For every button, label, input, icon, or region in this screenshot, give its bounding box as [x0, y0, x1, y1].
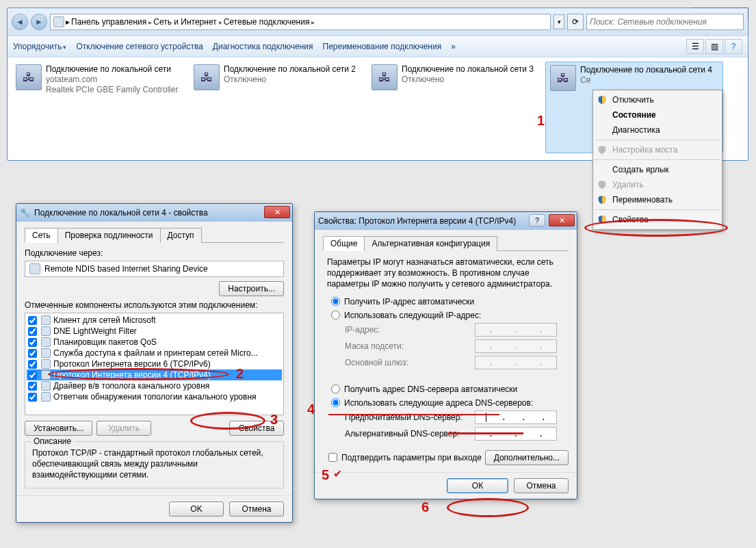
help-button[interactable]: ? [529, 214, 545, 226]
conn-sub2: Realtek PCIe GBE Family Controller [46, 85, 178, 95]
preview-pane-button[interactable]: ▥ [705, 39, 723, 54]
annotation-6: 6 [421, 499, 429, 515]
radio-dns-manual[interactable]: Использовать следующие адреса DNS-сервер… [331, 398, 566, 408]
title-bar[interactable]: Свойства: Протокол Интернета версии 4 (T… [315, 212, 577, 230]
tab-auth[interactable]: Проверка подлинности [57, 228, 161, 243]
tab-general[interactable]: Общие [323, 236, 365, 251]
computer-icon [53, 16, 64, 27]
search-box[interactable] [586, 14, 744, 30]
confirm-checkbox[interactable] [328, 453, 337, 462]
ctx-status[interactable]: Состояние [593, 107, 722, 122]
shield-icon [597, 215, 607, 224]
title-bar[interactable]: 🔧 Подключение по локальной сети 4 - свой… [16, 204, 292, 222]
component-item[interactable]: Планировщик пакетов QoS [27, 337, 282, 348]
tb-organize[interactable]: Упорядочить▾ [13, 42, 66, 51]
checkbox[interactable] [28, 360, 37, 369]
cancel-button[interactable]: Отмена [514, 478, 569, 493]
ctx-diagnose[interactable]: Диагностика [593, 122, 722, 138]
component-item[interactable]: Клиент для сетей Microsoft [27, 315, 282, 326]
component-item[interactable]: Ответчик обнаружения топологии канальног… [27, 391, 282, 402]
description-text: Протокол TCP/IP - стандартный протокол г… [32, 447, 276, 481]
back-button[interactable]: ◄ [12, 14, 28, 30]
tab-access[interactable]: Доступ [160, 228, 202, 243]
close-button[interactable]: ✕ [549, 214, 575, 226]
tb-disable[interactable]: Отключение сетевого устройства [76, 42, 203, 51]
component-item[interactable]: Служба доступа к файлам и принтерам сете… [27, 348, 282, 358]
component-icon [41, 381, 51, 391]
close-button[interactable]: ✕ [264, 206, 290, 218]
network-icon: 🖧 [194, 64, 220, 90]
ip-label: IP-адрес: [345, 325, 475, 335]
help-button[interactable]: ? [725, 39, 742, 54]
conn-sub1: Отключено [224, 75, 356, 85]
crumb-1[interactable]: Панель управления [71, 17, 146, 27]
component-item[interactable]: Драйвер в/в тополога канального уровня [27, 380, 282, 391]
wrench-icon: 🔧 [20, 208, 30, 218]
component-icon [41, 370, 51, 380]
checkbox[interactable] [28, 316, 37, 325]
ctx-disable[interactable]: Отключить [593, 92, 722, 107]
search-input[interactable] [590, 17, 740, 27]
mask-label: Маска подсети: [345, 341, 475, 351]
radio-ip-auto[interactable]: Получить IP-адрес автоматически [331, 297, 566, 306]
confirm-checkbox-row[interactable]: Подтвердить параметры при выходе [328, 453, 482, 462]
tb-diagnose[interactable]: Диагностика подключения [213, 42, 313, 51]
refresh-button[interactable]: ⟳ [567, 14, 584, 30]
radio[interactable] [331, 384, 340, 393]
checkbox[interactable] [28, 393, 37, 402]
checkbox[interactable] [28, 371, 37, 380]
connection-item-1[interactable]: 🖧 Подключение по локальной сети yotateam… [12, 62, 190, 153]
annotation-check-icon: ✔ [333, 467, 342, 480]
annotation-2: 2 [236, 366, 244, 382]
toolbar: Упорядочить▾ Отключение сетевого устройс… [8, 36, 748, 57]
crumb-2[interactable]: Сеть и Интернет [153, 17, 216, 27]
view-mode-button[interactable]: ☰ [686, 39, 704, 54]
configure-button[interactable]: Настроить... [219, 281, 284, 296]
component-icon [41, 359, 51, 369]
install-button[interactable]: Установить... [25, 421, 92, 436]
remove-button: Удалить [96, 421, 151, 436]
cancel-button[interactable]: Отмена [229, 501, 284, 517]
connection-item-2[interactable]: 🖧 Подключение по локальной сети 2 Отключ… [190, 62, 367, 153]
components-list[interactable]: Клиент для сетей Microsoft DNE LightWeig… [25, 313, 284, 415]
network-icon: 🖧 [16, 64, 42, 90]
ctx-rename[interactable]: Переименовать [593, 192, 722, 207]
ctx-properties[interactable]: Свойства [593, 212, 722, 227]
dns1-input[interactable]: ... [475, 410, 557, 424]
conn-title: Подключение по локальной сети 2 [224, 64, 356, 75]
radio[interactable] [331, 297, 340, 306]
tab-alt[interactable]: Альтернативная конфигурация [364, 236, 497, 251]
ctx-delete: Удалить [593, 177, 722, 192]
dialog-title: Свойства: Протокол Интернета версии 4 (T… [318, 216, 516, 226]
gateway-label: Основной шлюз: [345, 358, 475, 367]
description-group: Описание Протокол TCP/IP - стандартный п… [25, 441, 284, 488]
dns-group: Получить адрес DNS-сервера автоматически… [323, 384, 569, 441]
tb-overflow[interactable]: » [451, 42, 456, 51]
checkbox[interactable] [28, 382, 37, 391]
adapter-name: Remote NDIS based Internet Sharing Devic… [44, 264, 208, 274]
component-item[interactable]: DNE LightWeight Filter [27, 326, 282, 337]
checkbox[interactable] [28, 327, 37, 336]
conn-sub1: Отключено [402, 75, 534, 85]
ok-button[interactable]: ОК [447, 478, 508, 493]
conn-title: Подключение по локальной сети 3 [402, 64, 534, 75]
shield-icon [597, 195, 607, 205]
ctx-separator [595, 159, 720, 160]
radio-dns-auto[interactable]: Получить адрес DNS-сервера автоматически [331, 384, 566, 394]
checkbox[interactable] [28, 349, 37, 358]
tab-network[interactable]: Сеть [25, 228, 58, 243]
breadcrumb[interactable]: ▸ Панель управления▸ Сеть и Интернет▸ Се… [50, 14, 551, 30]
advanced-button[interactable]: Дополнительно... [485, 450, 569, 465]
breadcrumb-drop[interactable]: ▾ [553, 14, 564, 29]
ctx-shortcut[interactable]: Создать ярлык [593, 162, 722, 177]
ok-button[interactable]: OK [169, 501, 224, 517]
forward-button[interactable]: ► [31, 14, 47, 30]
radio[interactable] [331, 398, 340, 407]
connection-item-3[interactable]: 🖧 Подключение по локальной сети 3 Отключ… [367, 62, 545, 153]
radio[interactable] [331, 311, 340, 319]
conn-title: Подключение по локальной сети 4 [580, 65, 712, 75]
checkbox[interactable] [28, 338, 37, 347]
crumb-3[interactable]: Сетевые подключения [224, 17, 310, 27]
tb-rename[interactable]: Переименование подключения [323, 42, 442, 51]
radio-ip-manual[interactable]: Использовать следующий IP-адрес: [331, 311, 566, 320]
